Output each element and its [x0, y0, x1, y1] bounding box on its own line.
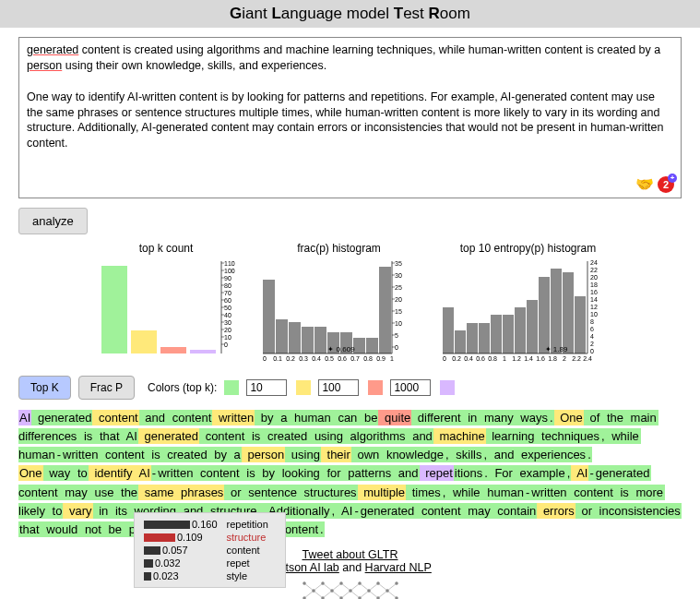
token[interactable]: written [157, 465, 194, 481]
harvard-link[interactable]: Harvard NLP [365, 561, 432, 574]
token[interactable]: . [549, 410, 554, 425]
token[interactable]: . [319, 521, 325, 537]
token[interactable]: phrases [175, 485, 225, 500]
token[interactable]: sentence [243, 485, 298, 500]
token[interactable]: errors [537, 503, 575, 519]
token[interactable]: using [308, 428, 344, 444]
tweet-link[interactable]: Tweet about GLTR [303, 548, 398, 561]
token[interactable]: created [261, 428, 308, 444]
color-input-2[interactable] [318, 379, 359, 396]
topk-button[interactable]: Top K [18, 376, 71, 400]
token[interactable]: For [489, 465, 514, 481]
token[interactable]: - [588, 465, 594, 481]
token[interactable]: different [411, 410, 461, 425]
handshake-icon[interactable]: 🤝 [635, 175, 654, 193]
token[interactable]: created [161, 447, 208, 462]
token[interactable]: content [415, 503, 461, 519]
token[interactable]: same [138, 485, 174, 500]
token[interactable]: contain [492, 503, 538, 519]
text-input[interactable]: generated content is created using algor… [18, 37, 682, 198]
token[interactable]: may [462, 503, 492, 519]
token[interactable]: main [624, 410, 658, 425]
token[interactable]: repet [420, 465, 454, 481]
token[interactable]: for [321, 465, 342, 481]
highlighted-output[interactable]: AI generated content and content written… [18, 409, 682, 539]
token[interactable]: learning [486, 428, 536, 444]
token[interactable]: patterns [342, 465, 393, 481]
token[interactable]: experiences [515, 447, 587, 462]
token[interactable]: knowledge [380, 447, 445, 462]
token[interactable]: is [245, 428, 261, 444]
token[interactable]: content [92, 410, 138, 425]
token[interactable]: One [18, 465, 43, 481]
token[interactable]: , [445, 447, 450, 462]
token[interactable]: generated [595, 465, 651, 481]
token[interactable]: algorithms [344, 428, 407, 444]
token[interactable]: times [406, 485, 442, 500]
token[interactable]: AI [134, 465, 151, 481]
token[interactable]: to [71, 465, 88, 481]
token[interactable]: looking [276, 465, 321, 481]
token[interactable]: and [407, 428, 433, 444]
token[interactable]: identify [89, 465, 134, 481]
token[interactable]: a [275, 410, 289, 425]
color-input-3[interactable] [390, 379, 431, 396]
token[interactable]: person [242, 447, 285, 462]
token[interactable]: can [332, 410, 359, 425]
token[interactable]: or [224, 485, 242, 500]
token[interactable]: and [392, 465, 419, 481]
token[interactable]: more [630, 485, 664, 500]
analyze-button[interactable]: analyze [18, 208, 88, 234]
token[interactable]: AI [18, 410, 31, 425]
token[interactable]: itions [454, 465, 483, 481]
token[interactable]: vary [63, 503, 92, 519]
token[interactable]: while [606, 428, 640, 444]
token[interactable]: to [46, 503, 63, 519]
token[interactable]: inconsistencies [593, 503, 682, 519]
token[interactable]: AI [571, 465, 588, 481]
token[interactable]: may [59, 485, 89, 500]
color-input-1[interactable] [246, 379, 287, 396]
token[interactable]: skills [450, 447, 483, 462]
token[interactable]: One [554, 410, 584, 425]
token[interactable]: content [194, 465, 240, 481]
token[interactable]: human [481, 485, 525, 500]
token[interactable]: their [321, 447, 351, 462]
token[interactable]: AI [336, 503, 353, 519]
token[interactable]: would [41, 521, 79, 537]
token[interactable]: structures [298, 485, 358, 500]
token[interactable]: quite [378, 410, 411, 425]
token[interactable]: a [228, 447, 242, 462]
token[interactable]: example [514, 465, 566, 481]
token[interactable]: the [114, 485, 138, 500]
token[interactable]: written [62, 447, 99, 462]
token[interactable]: be [358, 410, 378, 425]
token[interactable]: machine [433, 428, 486, 444]
token[interactable]: generated [138, 428, 199, 444]
token[interactable]: , [600, 428, 606, 444]
token[interactable]: many [478, 410, 514, 425]
token[interactable]: content [199, 428, 245, 444]
token[interactable]: by [256, 465, 276, 481]
token[interactable]: - [353, 503, 359, 519]
token[interactable]: in [93, 503, 110, 519]
token[interactable]: by [255, 410, 274, 425]
token[interactable]: that [93, 428, 120, 444]
token[interactable]: use [89, 485, 115, 500]
token[interactable]: way [43, 465, 72, 481]
token[interactable]: that [18, 521, 41, 537]
token[interactable]: content [568, 485, 614, 500]
token[interactable]: by [208, 447, 228, 462]
token[interactable]: content [166, 410, 212, 425]
token[interactable]: of [584, 410, 600, 425]
token[interactable]: or [575, 503, 593, 519]
token[interactable]: generated [31, 410, 92, 425]
token[interactable]: be [102, 521, 123, 537]
token[interactable]: not [78, 521, 102, 537]
token[interactable]: written [530, 485, 567, 500]
token[interactable]: and [139, 410, 166, 425]
token[interactable]: and [488, 447, 515, 462]
token[interactable]: using [285, 447, 321, 462]
token[interactable]: own [351, 447, 380, 462]
token[interactable]: the [600, 410, 624, 425]
